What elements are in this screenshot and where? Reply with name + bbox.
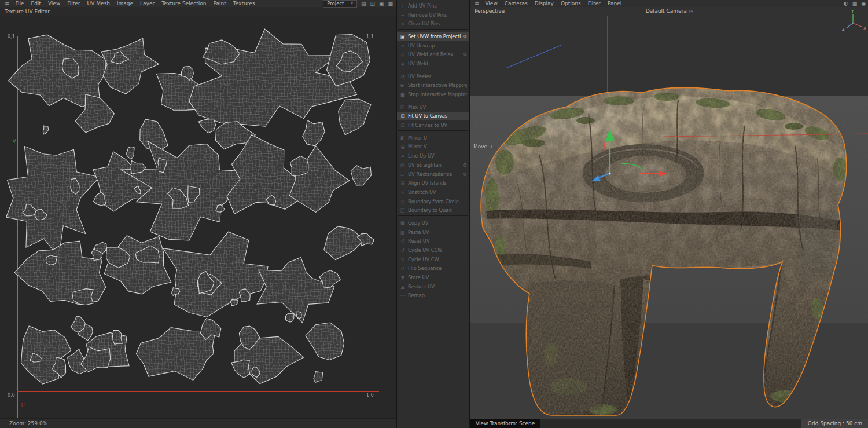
- command-boundary-to-quad[interactable]: □Boundary to Quad: [397, 206, 469, 215]
- command-uv-unwrap[interactable]: ▱UV Unwrap: [397, 41, 469, 50]
- command-mirror-u[interactable]: ◧Mirror U: [397, 133, 469, 142]
- command-uv-weld[interactable]: ◈UV Weld: [397, 59, 469, 68]
- command-label: Boundary from Circle: [408, 199, 467, 204]
- menu-hamburger-icon[interactable]: ≡: [2, 0, 12, 7]
- flip-sequence-icon: ⇄: [399, 265, 406, 271]
- menu-paint[interactable]: Paint: [209, 0, 229, 7]
- shading-icon[interactable]: ◐: [844, 0, 848, 7]
- menu-edit[interactable]: Edit: [27, 0, 44, 7]
- command-store-uv[interactable]: ▼Store UV: [397, 273, 469, 282]
- gizmo-center[interactable]: [609, 173, 610, 174]
- project-dropdown[interactable]: Project ▾: [323, 0, 357, 8]
- command-copy-uv[interactable]: ▣Copy UV: [397, 218, 469, 228]
- viewport-toolbar-icons: ◐▦◉: [844, 0, 866, 7]
- command-line-up-uv[interactable]: ≡Line Up UV: [397, 151, 469, 160]
- mirror-u-icon: ◧: [399, 135, 406, 141]
- command-cycle-uv-cw[interactable]: ↻Cycle UV CW: [397, 255, 469, 264]
- command-label: UV Rectangularize: [408, 171, 461, 177]
- restore-uv-icon: ▲: [399, 284, 406, 290]
- command-label: Stop Interactive Mapping: [408, 92, 467, 97]
- command-remap[interactable]: ⋯Remap...: [397, 291, 469, 301]
- uv-canvas-area[interactable]: 0,1 1,1 0,0 1,0 U V: [0, 16, 396, 419]
- command-label: Set UVW from Projection: [408, 34, 461, 39]
- grid-icon[interactable]: ▦: [852, 0, 858, 7]
- gear-icon[interactable]: ⚙: [462, 162, 467, 168]
- max-uv-icon: ◱: [399, 104, 406, 110]
- menu-textures[interactable]: Textures: [230, 0, 259, 7]
- add-uv-pins-icon: +: [399, 3, 406, 9]
- grid-icon[interactable]: ▦: [388, 0, 393, 7]
- uv-corner-bottom-right: 1,0: [366, 393, 374, 398]
- command-clear-uv-pins[interactable]: ×Clear UV Pins: [397, 19, 469, 28]
- application-window: ≡ FileEditViewFilterUV MeshImageLayerTex…: [0, 0, 868, 428]
- menu-view[interactable]: View: [481, 0, 501, 7]
- target-icon[interactable]: ◉: [861, 0, 866, 7]
- rock-model[interactable]: [470, 82, 868, 419]
- uv-editor-statusbar: Zoom: 259.0%: [0, 418, 396, 428]
- menu-texture-selection[interactable]: Texture Selection: [158, 0, 209, 7]
- command-reset-uv[interactable]: ↺Reset UV: [397, 237, 469, 246]
- boundary-to-quad-icon: □: [399, 207, 406, 213]
- command-start-interactive-mapping[interactable]: ▶Start Interactive Mapping: [397, 81, 469, 90]
- start-interactive-mapping-icon: ▶: [399, 82, 406, 88]
- command-uv-weld-and-relax[interactable]: ◇UV Weld and Relax⚙: [397, 50, 469, 59]
- gear-icon[interactable]: ⚙: [462, 171, 467, 177]
- command-label: Copy UV: [408, 220, 467, 226]
- command-max-uv[interactable]: ◱Max UV: [397, 103, 469, 112]
- uv-wireframe-canvas[interactable]: [0, 16, 396, 419]
- view-mode-label[interactable]: Perspective: [475, 8, 505, 14]
- command-fit-canvas-to-uv[interactable]: ⊡Fit Canvas to UV: [397, 120, 469, 130]
- viewport-menubar: ≡ ViewCamerasDisplayOptionsFilterPanel ◐…: [470, 0, 868, 7]
- command-set-uvw-from-projection[interactable]: ▣Set UVW from Projection⚙: [397, 32, 469, 41]
- menu-panel[interactable]: Panel: [604, 0, 625, 7]
- mini-z-axis: [847, 23, 853, 28]
- menu-hamburger-icon[interactable]: ≡: [472, 0, 481, 7]
- menu-display[interactable]: Display: [531, 0, 557, 7]
- command-remove-uv-pins[interactable]: −Remove UV Pins: [397, 10, 469, 20]
- menu-layer[interactable]: Layer: [137, 0, 158, 7]
- menu-filter[interactable]: Filter: [584, 0, 604, 7]
- menu-uv-mesh[interactable]: UV Mesh: [84, 0, 113, 7]
- uv-peeler-icon: ◔: [399, 74, 406, 79]
- gear-icon[interactable]: ⚙: [462, 34, 467, 39]
- command-fit-uv-to-canvas[interactable]: ⊞Fit UV to Canvas: [397, 112, 469, 121]
- command-stop-interactive-mapping[interactable]: ■Stop Interactive Mapping: [397, 90, 469, 99]
- gizmo-x-axis[interactable]: [639, 173, 661, 174]
- command-label: Start Interactive Mapping: [408, 82, 467, 88]
- uv-corner-bottom-left: 0,0: [8, 393, 15, 398]
- histogram-icon[interactable]: ▤: [361, 0, 366, 7]
- command-group-separator: [398, 130, 468, 133]
- command-label: UV Weld: [408, 61, 467, 67]
- menu-image[interactable]: Image: [113, 0, 137, 7]
- command-flip-sequence[interactable]: ⇄Flip Sequence: [397, 264, 469, 273]
- orientation-axis-gizmo: Y X Z: [842, 9, 866, 32]
- menu-view[interactable]: View: [45, 0, 64, 7]
- command-mirror-v[interactable]: ◒Mirror V: [397, 142, 469, 152]
- command-cycle-uv-ccw[interactable]: ↺Cycle UV CCW: [397, 246, 469, 255]
- command-align-uv-islands[interactable]: ⊟Align UV Islands: [397, 178, 469, 188]
- viewport-canvas[interactable]: Y X Z Perspective Default Camera ◳ Move …: [470, 7, 868, 428]
- command-unstitch-uv[interactable]: ∿Unstitch UV: [397, 188, 469, 197]
- command-uv-straighten[interactable]: ▤UV Straighten⚙: [397, 160, 469, 170]
- gear-icon[interactable]: ⚙: [462, 52, 467, 57]
- command-group-separator: [398, 29, 468, 31]
- menu-cameras[interactable]: Cameras: [501, 0, 531, 7]
- command-label: Cycle UV CW: [408, 257, 467, 262]
- lock-icon[interactable]: ▣: [379, 0, 384, 7]
- menu-filter[interactable]: Filter: [64, 0, 83, 7]
- stop-interactive-mapping-icon: ■: [399, 92, 406, 97]
- project-dropdown-label: Project: [327, 1, 344, 6]
- command-paste-uv[interactable]: ▦Paste UV: [397, 228, 469, 237]
- command-uv-peeler[interactable]: ◔UV Peeler: [397, 72, 469, 81]
- command-add-uv-pins[interactable]: +Add UV Pins: [397, 1, 469, 10]
- command-uv-rectangularize[interactable]: ▭UV Rectangularize⚙: [397, 170, 469, 179]
- compare-icon[interactable]: ◫: [370, 0, 375, 7]
- active-camera-label[interactable]: Default Camera ◳: [646, 8, 694, 14]
- scene-svg[interactable]: Y X Z: [470, 7, 868, 419]
- menu-options[interactable]: Options: [557, 0, 584, 7]
- view-transform-chip[interactable]: View Transform: Scene: [470, 419, 540, 428]
- command-restore-uv[interactable]: ▲Restore UV: [397, 282, 469, 291]
- menu-file[interactable]: File: [12, 0, 27, 7]
- camera-icon: ◳: [689, 9, 694, 14]
- command-boundary-from-circle[interactable]: ○Boundary from Circle: [397, 197, 469, 206]
